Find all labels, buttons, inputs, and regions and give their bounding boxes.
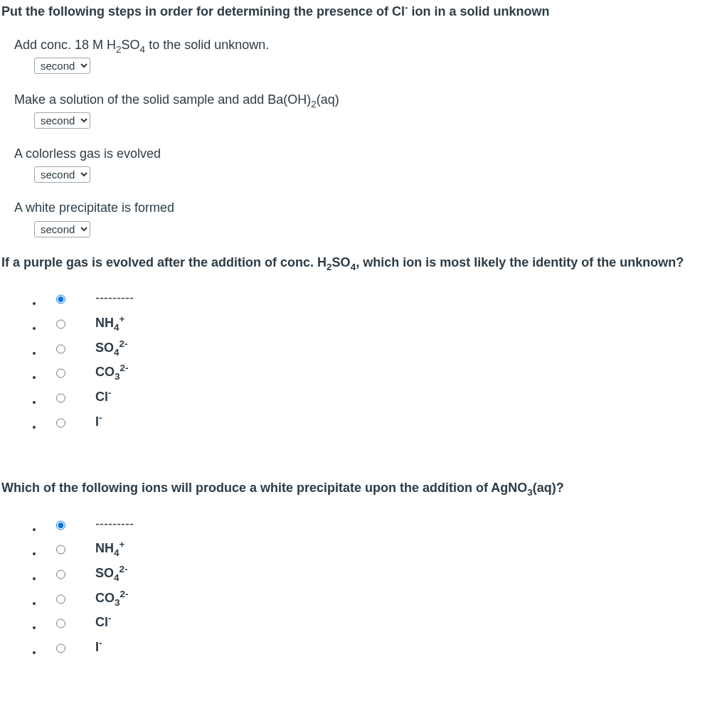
sub: 4	[140, 44, 146, 55]
q2-radio-i[interactable]	[56, 417, 65, 429]
ordering-select-2[interactable]: second	[34, 166, 90, 183]
option-co3-label: CO32-	[95, 589, 129, 607]
text: SO	[332, 255, 351, 269]
text: SO	[122, 38, 140, 52]
text: , which ion is most likely the identity …	[356, 255, 684, 269]
text: (aq)?	[533, 481, 564, 495]
option-so4-label: SO42-	[95, 339, 128, 357]
text: Add conc. 18 M H	[14, 38, 116, 52]
option-blank-label: ---------	[95, 515, 134, 533]
option-blank-label: ---------	[95, 289, 134, 307]
text: to the solid unknown.	[145, 38, 269, 52]
ordering-select-0[interactable]: second	[34, 58, 90, 74]
ordering-text-1: Make a solution of the solid sample and …	[14, 91, 716, 109]
q3-title: Which of the following ions will produce…	[1, 479, 716, 497]
list-item: SO42-	[43, 336, 716, 361]
list-item: I-	[43, 636, 716, 661]
q2-radio-so4[interactable]	[56, 343, 65, 355]
list-item: NH4+	[43, 537, 716, 562]
list-item: ---------	[43, 513, 716, 537]
list-item: CO32-	[43, 587, 716, 611]
text: If a purple gas is evolved after the add…	[1, 255, 326, 269]
ordering-item-0: Add conc. 18 M H2SO4 to the solid unknow…	[14, 36, 716, 75]
sub: 2	[311, 98, 317, 109]
q2-radio-co3[interactable]	[56, 367, 65, 380]
q2-radio-blank[interactable]	[56, 293, 65, 306]
option-i-label: I-	[95, 638, 102, 656]
option-cl-label: Cl-	[95, 614, 112, 631]
text: Which of the following ions will produce…	[1, 481, 527, 495]
q2-radio-nh4[interactable]	[56, 318, 65, 331]
sub: 3	[527, 487, 533, 498]
option-co3-label: CO32-	[95, 363, 129, 381]
list-item: ---------	[43, 287, 716, 312]
list-item: SO42-	[43, 562, 716, 587]
q1-title: Put the following steps in order for det…	[1, 3, 716, 21]
ordering-text-3: A white precipitate is formed	[14, 199, 716, 217]
ordering-item-1: Make a solution of the solid sample and …	[14, 91, 716, 129]
q3-radio-co3[interactable]	[56, 593, 65, 606]
q2-title: If a purple gas is evolved after the add…	[1, 254, 716, 272]
option-nh4-label: NH4+	[95, 540, 124, 557]
q2-options: --------- NH4+ SO42- CO32- Cl- I-	[30, 287, 716, 435]
q1-title-pre: Put the following steps in order for det…	[1, 4, 405, 18]
question-3: Which of the following ions will produce…	[1, 479, 716, 660]
q3-radio-i[interactable]	[56, 642, 65, 655]
list-item: Cl-	[43, 611, 716, 636]
q3-radio-blank[interactable]	[56, 519, 65, 532]
option-so4-label: SO42-	[95, 564, 128, 582]
q3-radio-nh4[interactable]	[56, 543, 65, 556]
ordering-item-3: A white precipitate is formed second	[14, 199, 716, 237]
list-item: I-	[43, 410, 716, 435]
option-nh4-label: NH4+	[95, 314, 124, 332]
ordering-select-3[interactable]: second	[34, 221, 90, 237]
ordering-text-0: Add conc. 18 M H2SO4 to the solid unknow…	[14, 36, 716, 54]
q1-title-post: ion in a solid unknown	[408, 4, 550, 18]
text: Make a solution of the solid sample and …	[14, 92, 311, 107]
list-item: Cl-	[43, 386, 716, 411]
text: A white precipitate is formed	[14, 200, 174, 215]
sub: 4	[351, 261, 356, 272]
list-item: CO32-	[43, 361, 716, 386]
ordering-text-2: A colorless gas is evolved	[14, 145, 716, 163]
question-1: Put the following steps in order for det…	[1, 3, 716, 238]
option-cl-label: Cl-	[95, 388, 112, 406]
text: A colorless gas is evolved	[14, 146, 161, 161]
q2-radio-cl[interactable]	[56, 392, 65, 405]
ordering-select-1[interactable]: second	[34, 112, 90, 129]
q3-radio-so4[interactable]	[56, 568, 65, 581]
q3-radio-cl[interactable]	[56, 617, 65, 630]
q3-options: --------- NH4+ SO42- CO32- Cl- I-	[30, 513, 716, 660]
sub: 2	[326, 261, 332, 272]
sub: 2	[116, 44, 122, 55]
list-item: NH4+	[43, 312, 716, 337]
ordering-item-2: A colorless gas is evolved second	[14, 145, 716, 183]
option-i-label: I-	[95, 413, 102, 431]
question-2: If a purple gas is evolved after the add…	[1, 254, 716, 435]
text: (aq)	[317, 92, 339, 107]
